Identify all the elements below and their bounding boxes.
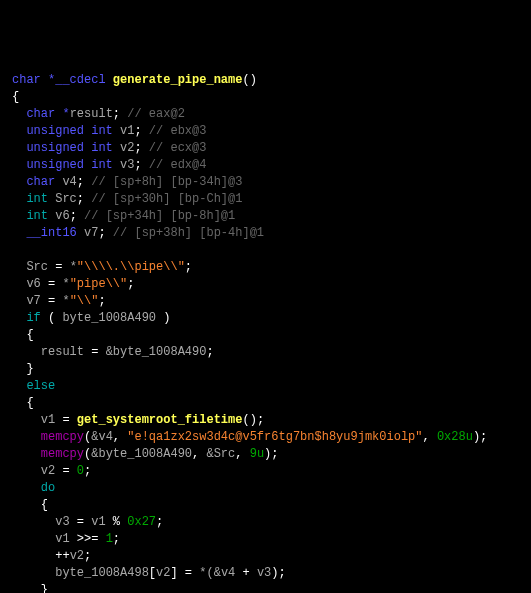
line: { [12,90,19,104]
line: unsigned int v2; // ecx@3 [12,141,206,155]
line: v1 >>= 1; [12,532,120,546]
call-fn: get_systemroot_filetime [77,413,243,427]
var-ref: v3 [257,566,271,580]
line: char *__cdecl generate_pipe_name() [12,73,257,87]
line: { [12,328,34,342]
line: result = &byte_1008A490; [12,345,214,359]
number-literal: 9u [250,447,264,461]
line: memcpy(&byte_1008A490, &Src, 9u); [12,447,279,461]
decl-comment: // edx@4 [149,158,207,172]
arg: v4 [98,430,112,444]
decl-var: v4 [62,175,76,189]
function-name: generate_pipe_name [113,73,243,87]
line: char v4; // [sp+8h] [bp-34h]@3 [12,175,242,189]
decl-var: v6 [55,209,69,223]
number-literal: 0x27 [127,515,156,529]
string-literal: "pipe\\" [70,277,128,291]
decl-type: char [26,175,55,189]
decl-type: unsigned int [26,141,112,155]
var-ref: v2 [70,549,84,563]
var-ref: v1 [91,515,105,529]
line: int v6; // [sp+34h] [bp-8h]@1 [12,209,235,223]
brace-open: { [12,90,19,104]
global-ref: byte_1008A490 [113,345,207,359]
lhs: v6 [26,277,40,291]
lhs: v1 [41,413,55,427]
code-viewer: char *__cdecl generate_pipe_name() { cha… [12,72,519,593]
line: char *result; // eax@2 [12,107,185,121]
decl-comment: // eax@2 [127,107,185,121]
line: v2 = 0; [12,464,91,478]
line: __int16 v7; // [sp+38h] [bp-4h]@1 [12,226,264,240]
keyword-if: if [26,311,40,325]
string-literal: "\\\\.\\pipe\\" [77,260,185,274]
line: } [12,583,48,593]
blank-line [12,243,19,257]
line: { [12,396,34,410]
decl-var: v7 [84,226,98,240]
string-literal: "e!qa1zx2sw3d4c@v5fr6tg7bn$h8yu9jmk0iolp… [127,430,422,444]
lhs: v1 [55,532,69,546]
line: v3 = v1 % 0x27; [12,515,163,529]
var-ref: v4 [221,566,235,580]
fn-parens: () [242,73,256,87]
line: do [12,481,55,495]
number-literal: 0x28u [437,430,473,444]
decl-type: char * [26,107,69,121]
line: { [12,498,48,512]
lhs: result [41,345,84,359]
line: unsigned int v3; // edx@4 [12,158,206,172]
call-memcpy: memcpy [41,430,84,444]
keyword-do: do [41,481,55,495]
line: else [12,379,55,393]
lhs: Src [26,260,48,274]
line: v7 = *"\\"; [12,294,106,308]
callconv: __cdecl [55,73,105,87]
lhs: v3 [55,515,69,529]
line: Src = *"\\\\.\\pipe\\"; [12,260,192,274]
decl-comment: // [sp+30h] [bp-Ch]@1 [91,192,242,206]
decl-var: Src [55,192,77,206]
line: if ( byte_1008A490 ) [12,311,170,325]
global-ref: byte_1008A498 [55,566,149,580]
lhs: v2 [41,464,55,478]
var-ref: v2 [156,566,170,580]
type-ret: char * [12,73,55,87]
line: memcpy(&v4, "e!qa1zx2sw3d4c@v5fr6tg7bn$h… [12,430,487,444]
line: byte_1008A498[v2] = *(&v4 + v3); [12,566,286,580]
decl-comment: // ecx@3 [149,141,207,155]
global-ref: byte_1008A490 [62,311,156,325]
decl-type: unsigned int [26,124,112,138]
number-literal: 1 [106,532,113,546]
arg: byte_1008A490 [98,447,192,461]
string-literal: "\\" [70,294,99,308]
line: ++v2; [12,549,91,563]
decl-type: int [26,192,48,206]
decl-var: v1 [120,124,134,138]
lhs: v7 [26,294,40,308]
line: unsigned int v1; // ebx@3 [12,124,206,138]
line: v6 = *"pipe\\"; [12,277,134,291]
decl-comment: // [sp+34h] [bp-8h]@1 [84,209,235,223]
decl-comment: // ebx@3 [149,124,207,138]
decl-type: unsigned int [26,158,112,172]
line: int Src; // [sp+30h] [bp-Ch]@1 [12,192,242,206]
op-inc: ++ [55,549,69,563]
decl-type: __int16 [26,226,76,240]
decl-var: result [70,107,113,121]
call-memcpy: memcpy [41,447,84,461]
decl-comment: // [sp+38h] [bp-4h]@1 [113,226,264,240]
keyword-else: else [26,379,55,393]
decl-comment: // [sp+8h] [bp-34h]@3 [91,175,242,189]
line: v1 = get_systemroot_filetime(); [12,413,264,427]
arg: Src [214,447,236,461]
decl-var: v3 [120,158,134,172]
decl-var: v2 [120,141,134,155]
decl-type: int [26,209,48,223]
line: } [12,362,34,376]
number-literal: 0 [77,464,84,478]
